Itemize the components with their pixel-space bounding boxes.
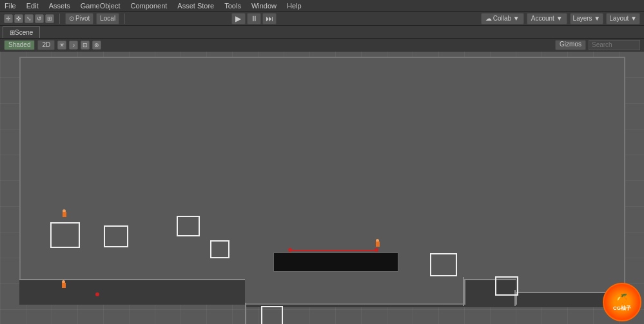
layout-label: Layout ▼ [609,15,637,22]
pivot-icon: ⊙ [69,15,74,22]
shaded-button[interactable]: Shaded [4,40,35,50]
layout-dropdown[interactable]: Layout ▼ [606,13,640,24]
cloud-icon: ☁ [485,15,492,22]
menu-assets[interactable]: Assets [47,1,72,10]
twod-button[interactable]: 2D [37,40,55,50]
local-button[interactable]: Local [96,13,119,24]
right-controls: ☁ Collab ▼ Account ▼ Layers ▼ Layout ▼ [481,13,640,24]
menu-help[interactable]: Help [285,1,304,10]
move-tool[interactable]: ✜ [14,14,23,23]
audio-toggle[interactable]: ♪ [69,41,78,50]
menu-assetstore[interactable]: Asset Store [175,1,216,10]
play-button[interactable]: ▶ [231,13,246,24]
point-marker-1 [288,248,292,252]
collab-button[interactable]: ☁ Collab ▼ [481,13,524,24]
hand-tool[interactable]: ✛ [4,14,13,23]
sep1 [59,14,60,24]
local-label: Local [100,15,115,22]
transform-tools: ✛ ✜ ⤡ ↺ ⊞ [4,14,54,23]
character-3 [61,280,67,291]
menu-tools[interactable]: Tools [222,1,243,10]
snap-toggle[interactable]: ⊡ [81,41,90,50]
account-button[interactable]: Account ▼ [527,13,567,24]
layers-dropdown[interactable]: Layers ▼ [570,13,604,24]
menu-edit[interactable]: Edit [24,1,41,10]
scale-tool[interactable]: ↺ [35,14,44,23]
menu-window[interactable]: Window [249,1,278,10]
character-1 [61,209,68,220]
scene-toolbar: Shaded 2D ☀ ♪ ⊡ ⊗ Gizmos [0,39,644,52]
main-platform [273,253,398,272]
platform-box-6 [495,276,518,296]
rect-tool[interactable]: ⊞ [45,14,54,23]
platform-box-2 [104,225,128,247]
shaded-label: Shaded [8,41,30,48]
twod-label: 2D [42,41,50,48]
floor-left [19,279,245,305]
step-button[interactable]: ⏭ [262,13,277,24]
pause-button[interactable]: ⏸ [247,13,261,24]
platform-box-7 [261,306,283,324]
platform-box-5 [430,253,457,276]
gizmos-label: Gizmos [560,41,581,48]
scene-tab-icon: ⊞ [10,29,15,36]
menu-file[interactable]: File [3,1,18,10]
collab-label: Collab ▼ [493,15,520,22]
scene-tab[interactable]: ⊞ Scene [3,26,40,38]
gizmos-area: Gizmos [555,40,640,50]
rotate-tool[interactable]: ⤡ [24,14,34,23]
account-label: Account ▼ [531,15,563,22]
effects-toggle[interactable]: ⊗ [92,41,101,50]
menu-bar: File Edit Assets GameObject Component As… [0,0,644,12]
platform-box-4 [210,240,229,258]
sep2 [124,14,125,24]
light-toggle[interactable]: ☀ [57,41,66,50]
platform-box-3 [177,216,200,236]
cg-logo-watermark: 🍊 CG柚子 [603,283,641,321]
scene-tab-label: Scene [15,29,33,36]
menu-component[interactable]: Component [128,1,169,10]
main-toolbar: ✛ ✜ ⤡ ↺ ⊞ ⊙ Pivot Local ▶ ⏸ ⏭ ☁ Collab ▼… [0,12,644,26]
play-controls: ▶ ⏸ ⏭ [231,13,277,24]
floor-bottom [245,305,625,307]
scene-viewport[interactable]: 🍊 CG柚子 [0,52,644,324]
gizmos-button[interactable]: Gizmos [555,40,586,50]
step-notch2 [463,277,464,306]
menu-gameobject[interactable]: GameObject [79,1,122,10]
cg-logo-text: CG柚子 [613,305,631,312]
step-notch [245,303,246,324]
layers-label: Layers ▼ [573,15,601,22]
character-2 [375,239,381,249]
platform-box-1 [50,222,80,248]
pivot-button[interactable]: ⊙ Pivot [65,13,93,24]
red-line-1 [290,250,376,251]
pivot-label: Pivot [75,15,90,22]
search-input[interactable] [589,40,640,50]
scene-tabs: ⊞ Scene [0,26,644,39]
point-marker-5 [95,292,99,296]
